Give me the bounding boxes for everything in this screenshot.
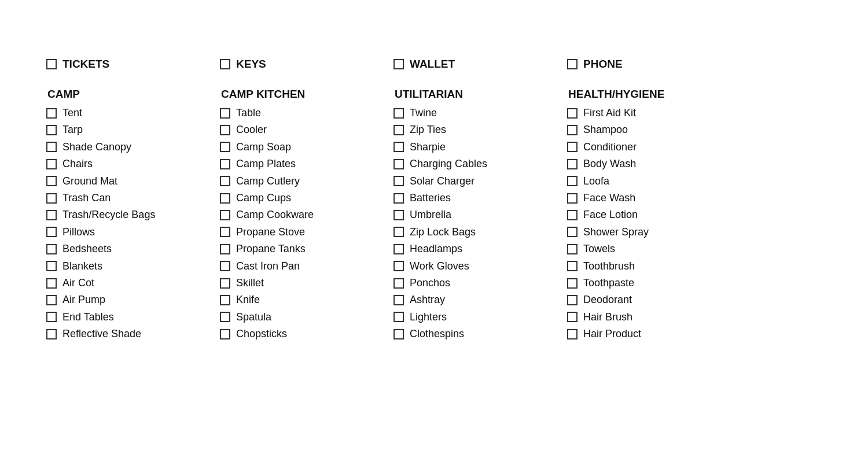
- checkbox-health-hygiene-8[interactable]: [567, 244, 578, 254]
- checkbox-camp-8[interactable]: [46, 244, 57, 254]
- checkbox-camp-kitchen-10[interactable]: [220, 278, 230, 289]
- checkbox-camp-3[interactable]: [46, 159, 57, 169]
- checkbox-camp-kitchen-7[interactable]: [220, 227, 230, 237]
- checkbox-utilitarian-4[interactable]: [393, 176, 404, 186]
- item-label-utilitarian-3: Charging Cables: [410, 157, 487, 171]
- checkbox-camp-kitchen-1[interactable]: [220, 125, 230, 135]
- checkbox-camp-13[interactable]: [46, 329, 57, 339]
- checkbox-camp-1[interactable]: [46, 125, 57, 135]
- checkbox-utilitarian-10[interactable]: [393, 278, 404, 289]
- checkbox-camp-11[interactable]: [46, 295, 57, 305]
- checkbox-camp-kitchen-3[interactable]: [220, 159, 230, 169]
- list-item: Tarp: [46, 123, 220, 136]
- checkbox-health-hygiene-7[interactable]: [567, 227, 578, 237]
- checkbox-utilitarian-11[interactable]: [393, 295, 404, 305]
- checkbox-health-hygiene-11[interactable]: [567, 295, 578, 305]
- list-item: Shower Spray: [567, 226, 741, 239]
- item-label-health-hygiene-3: Body Wash: [583, 157, 636, 171]
- checkbox-utilitarian-8[interactable]: [393, 244, 404, 254]
- item-label-utilitarian-5: Batteries: [410, 191, 451, 205]
- list-item: Face Wash: [567, 191, 741, 205]
- list-item: Skillet: [220, 276, 393, 290]
- checkbox-camp-7[interactable]: [46, 227, 57, 237]
- list-item: Camp Cups: [220, 191, 393, 205]
- item-label-health-hygiene-8: Towels: [583, 242, 615, 256]
- checkbox-health-hygiene-6[interactable]: [567, 210, 578, 220]
- list-item: Conditioner: [567, 141, 741, 154]
- checkbox-camp-kitchen-0[interactable]: [220, 108, 230, 119]
- checkbox-utilitarian-9[interactable]: [393, 261, 404, 271]
- checkbox-health-hygiene-4[interactable]: [567, 176, 578, 186]
- checkbox-utilitarian-2[interactable]: [393, 142, 404, 152]
- list-item: Toothbrush: [567, 260, 741, 273]
- checkbox-utilitarian-6[interactable]: [393, 210, 404, 220]
- item-label-camp-kitchen-0: Table: [236, 106, 261, 120]
- list-item: Camp Plates: [220, 157, 393, 171]
- checkbox-camp-kitchen-2[interactable]: [220, 142, 230, 152]
- checkbox-camp-kitchen-8[interactable]: [220, 244, 230, 254]
- checkbox-utilitarian-5[interactable]: [393, 193, 404, 204]
- checkbox-utilitarian-13[interactable]: [393, 329, 404, 339]
- item-label-camp-kitchen-9: Cast Iron Pan: [236, 260, 300, 273]
- top-item-label-wallet: WALLET: [410, 58, 455, 71]
- list-item: Air Cot: [46, 276, 220, 290]
- list-item: Table: [220, 106, 393, 120]
- list-item: Propane Tanks: [220, 242, 393, 256]
- checkbox-health-hygiene-5[interactable]: [567, 193, 578, 204]
- top-item-label-keys: KEYS: [236, 58, 266, 71]
- checkbox-camp-kitchen-6[interactable]: [220, 210, 230, 220]
- item-label-health-hygiene-6: Face Lotion: [583, 208, 638, 222]
- checkbox-camp-kitchen-13[interactable]: [220, 329, 230, 339]
- checkbox-health-hygiene-12[interactable]: [567, 312, 578, 322]
- item-label-utilitarian-1: Zip Ties: [410, 123, 446, 136]
- checkbox-health-hygiene-0[interactable]: [567, 108, 578, 119]
- item-label-camp-kitchen-3: Camp Plates: [236, 157, 296, 171]
- checkbox-health-hygiene-1[interactable]: [567, 125, 578, 135]
- checkbox-utilitarian-1[interactable]: [393, 125, 404, 135]
- checkbox-camp-kitchen-4[interactable]: [220, 176, 230, 186]
- item-label-health-hygiene-0: First Aid Kit: [583, 106, 636, 120]
- checkbox-camp-5[interactable]: [46, 193, 57, 204]
- list-item: Chopsticks: [220, 327, 393, 341]
- list-item: Air Pump: [46, 293, 220, 307]
- checkbox-camp-kitchen-5[interactable]: [220, 193, 230, 204]
- checkbox-utilitarian-7[interactable]: [393, 227, 404, 237]
- list-item: Twine: [393, 106, 567, 120]
- checkbox-camp-kitchen-12[interactable]: [220, 312, 230, 322]
- checkbox-health-hygiene-3[interactable]: [567, 159, 578, 169]
- list-item: Trash Can: [46, 191, 220, 205]
- item-label-utilitarian-12: Lighters: [410, 311, 447, 324]
- checkbox-camp-10[interactable]: [46, 278, 57, 289]
- checkbox-utilitarian-0[interactable]: [393, 108, 404, 119]
- list-item: Body Wash: [567, 157, 741, 171]
- checkbox-camp-0[interactable]: [46, 108, 57, 119]
- checkbox-tickets[interactable]: [46, 59, 57, 69]
- item-label-utilitarian-0: Twine: [410, 106, 437, 120]
- top-item-phone: PHONE: [567, 58, 741, 71]
- checkbox-camp-12[interactable]: [46, 312, 57, 322]
- checkbox-wallet[interactable]: [393, 59, 404, 69]
- checkbox-camp-kitchen-11[interactable]: [220, 295, 230, 305]
- checkbox-camp-kitchen-9[interactable]: [220, 261, 230, 271]
- main-columns: CAMP Tent Tarp Shade Canopy Chairs Groun…: [46, 88, 822, 344]
- checkbox-health-hygiene-13[interactable]: [567, 329, 578, 339]
- checkbox-health-hygiene-10[interactable]: [567, 278, 578, 289]
- item-label-health-hygiene-13: Hair Product: [583, 327, 641, 341]
- checkbox-health-hygiene-2[interactable]: [567, 142, 578, 152]
- checkbox-camp-2[interactable]: [46, 142, 57, 152]
- checkbox-health-hygiene-9[interactable]: [567, 261, 578, 271]
- checkbox-phone[interactable]: [567, 59, 578, 69]
- column-header-camp: CAMP: [46, 88, 220, 101]
- checkbox-camp-4[interactable]: [46, 176, 57, 186]
- checkbox-camp-6[interactable]: [46, 210, 57, 220]
- item-label-camp-8: Bedsheets: [62, 242, 112, 256]
- checkbox-camp-9[interactable]: [46, 261, 57, 271]
- checkbox-utilitarian-3[interactable]: [393, 159, 404, 169]
- checkbox-utilitarian-12[interactable]: [393, 312, 404, 322]
- item-label-camp-6: Trash/Recycle Bags: [62, 208, 155, 222]
- item-label-camp-12: End Tables: [62, 311, 114, 324]
- item-label-health-hygiene-10: Toothpaste: [583, 276, 634, 290]
- item-label-camp-13: Reflective Shade: [62, 327, 141, 341]
- checkbox-keys[interactable]: [220, 59, 230, 69]
- item-label-utilitarian-7: Zip Lock Bags: [410, 226, 476, 239]
